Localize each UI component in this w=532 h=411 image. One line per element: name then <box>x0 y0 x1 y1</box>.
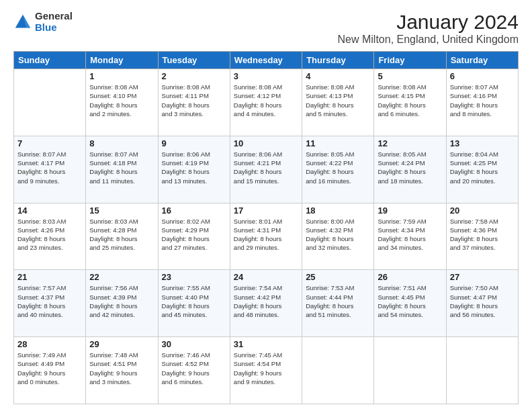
day-number: 7 <box>17 138 82 148</box>
table-row: 17Sunrise: 8:01 AM Sunset: 4:31 PM Dayli… <box>230 203 302 270</box>
day-info: Sunrise: 7:54 AM Sunset: 4:42 PM Dayligh… <box>234 283 298 319</box>
title-block: January 2024 New Milton, England, United… <box>338 11 519 46</box>
week-row-3: 21Sunrise: 7:57 AM Sunset: 4:37 PM Dayli… <box>14 270 519 337</box>
day-info: Sunrise: 8:04 AM Sunset: 4:25 PM Dayligh… <box>450 150 515 185</box>
day-info: Sunrise: 8:02 AM Sunset: 4:29 PM Dayligh… <box>162 217 226 253</box>
table-row: 3Sunrise: 8:08 AM Sunset: 4:12 PM Daylig… <box>230 69 302 136</box>
day-info: Sunrise: 7:56 AM Sunset: 4:39 PM Dayligh… <box>89 283 154 319</box>
table-row <box>374 337 446 404</box>
logo-blue-text: Blue <box>35 22 73 34</box>
col-friday: Friday <box>374 52 446 69</box>
day-number: 31 <box>234 339 298 349</box>
logo: General Blue <box>13 11 73 33</box>
day-number: 22 <box>89 272 154 282</box>
day-number: 9 <box>162 138 226 148</box>
day-number: 12 <box>378 138 442 148</box>
day-info: Sunrise: 7:58 AM Sunset: 4:36 PM Dayligh… <box>450 217 515 253</box>
day-number: 24 <box>234 272 298 282</box>
table-row: 21Sunrise: 7:57 AM Sunset: 4:37 PM Dayli… <box>14 270 86 337</box>
day-number: 11 <box>306 138 370 148</box>
day-number: 4 <box>306 71 370 81</box>
day-info: Sunrise: 7:48 AM Sunset: 4:51 PM Dayligh… <box>89 351 154 386</box>
day-number: 1 <box>89 71 154 81</box>
table-row <box>302 337 374 404</box>
day-info: Sunrise: 8:03 AM Sunset: 4:26 PM Dayligh… <box>17 217 82 253</box>
day-info: Sunrise: 8:08 AM Sunset: 4:13 PM Dayligh… <box>306 83 370 118</box>
week-row-4: 28Sunrise: 7:49 AM Sunset: 4:49 PM Dayli… <box>14 337 519 404</box>
col-tuesday: Tuesday <box>158 52 230 69</box>
col-saturday: Saturday <box>446 52 518 69</box>
day-info: Sunrise: 7:46 AM Sunset: 4:52 PM Dayligh… <box>162 351 226 386</box>
day-number: 29 <box>89 339 154 349</box>
day-number: 27 <box>450 272 515 282</box>
day-info: Sunrise: 8:08 AM Sunset: 4:10 PM Dayligh… <box>89 83 154 118</box>
day-info: Sunrise: 7:59 AM Sunset: 4:34 PM Dayligh… <box>378 217 442 253</box>
table-row: 22Sunrise: 7:56 AM Sunset: 4:39 PM Dayli… <box>86 270 158 337</box>
col-wednesday: Wednesday <box>230 52 302 69</box>
day-info: Sunrise: 8:06 AM Sunset: 4:19 PM Dayligh… <box>162 150 226 185</box>
day-info: Sunrise: 8:06 AM Sunset: 4:21 PM Dayligh… <box>234 150 298 185</box>
day-info: Sunrise: 8:07 AM Sunset: 4:17 PM Dayligh… <box>17 150 82 185</box>
day-info: Sunrise: 8:05 AM Sunset: 4:22 PM Dayligh… <box>306 150 370 185</box>
logo-general-text: General <box>35 11 73 22</box>
day-number: 18 <box>306 205 370 216</box>
day-info: Sunrise: 8:01 AM Sunset: 4:31 PM Dayligh… <box>234 217 298 253</box>
table-row: 23Sunrise: 7:55 AM Sunset: 4:40 PM Dayli… <box>158 270 230 337</box>
table-row: 4Sunrise: 8:08 AM Sunset: 4:13 PM Daylig… <box>302 69 374 136</box>
table-row: 6Sunrise: 8:07 AM Sunset: 4:16 PM Daylig… <box>446 69 518 136</box>
day-info: Sunrise: 8:05 AM Sunset: 4:24 PM Dayligh… <box>378 150 442 185</box>
col-thursday: Thursday <box>302 52 374 69</box>
header: General Blue January 2024 New Milton, En… <box>13 11 519 46</box>
table-row: 20Sunrise: 7:58 AM Sunset: 4:36 PM Dayli… <box>446 203 518 270</box>
table-row <box>446 337 518 404</box>
table-row: 5Sunrise: 8:08 AM Sunset: 4:15 PM Daylig… <box>374 69 446 136</box>
header-row: Sunday Monday Tuesday Wednesday Thursday… <box>14 52 519 69</box>
table-row: 9Sunrise: 8:06 AM Sunset: 4:19 PM Daylig… <box>158 136 230 203</box>
day-number: 23 <box>162 272 226 282</box>
subtitle: New Milton, England, United Kingdom <box>338 34 519 46</box>
day-info: Sunrise: 8:08 AM Sunset: 4:12 PM Dayligh… <box>234 83 298 118</box>
main-title: January 2024 <box>338 11 519 34</box>
table-row: 14Sunrise: 8:03 AM Sunset: 4:26 PM Dayli… <box>14 203 86 270</box>
day-number: 15 <box>89 205 154 216</box>
table-row: 12Sunrise: 8:05 AM Sunset: 4:24 PM Dayli… <box>374 136 446 203</box>
week-row-2: 14Sunrise: 8:03 AM Sunset: 4:26 PM Dayli… <box>14 203 519 270</box>
page: General Blue January 2024 New Milton, En… <box>0 0 532 411</box>
day-number: 5 <box>378 71 442 81</box>
day-number: 21 <box>17 272 82 282</box>
day-number: 26 <box>378 272 442 282</box>
day-info: Sunrise: 8:08 AM Sunset: 4:15 PM Dayligh… <box>378 83 442 118</box>
table-row: 28Sunrise: 7:49 AM Sunset: 4:49 PM Dayli… <box>14 337 86 404</box>
week-row-1: 7Sunrise: 8:07 AM Sunset: 4:17 PM Daylig… <box>14 136 519 203</box>
table-row: 11Sunrise: 8:05 AM Sunset: 4:22 PM Dayli… <box>302 136 374 203</box>
logo-text: General Blue <box>35 11 73 33</box>
table-row: 10Sunrise: 8:06 AM Sunset: 4:21 PM Dayli… <box>230 136 302 203</box>
day-number: 28 <box>17 339 82 349</box>
day-info: Sunrise: 7:50 AM Sunset: 4:47 PM Dayligh… <box>450 283 515 319</box>
table-row: 24Sunrise: 7:54 AM Sunset: 4:42 PM Dayli… <box>230 270 302 337</box>
day-info: Sunrise: 7:57 AM Sunset: 4:37 PM Dayligh… <box>17 283 82 319</box>
day-number: 8 <box>89 138 154 148</box>
day-info: Sunrise: 8:00 AM Sunset: 4:32 PM Dayligh… <box>306 217 370 253</box>
table-row: 2Sunrise: 8:08 AM Sunset: 4:11 PM Daylig… <box>158 69 230 136</box>
day-number: 2 <box>162 71 226 81</box>
table-row: 18Sunrise: 8:00 AM Sunset: 4:32 PM Dayli… <box>302 203 374 270</box>
table-row: 1Sunrise: 8:08 AM Sunset: 4:10 PM Daylig… <box>86 69 158 136</box>
table-row: 16Sunrise: 8:02 AM Sunset: 4:29 PM Dayli… <box>158 203 230 270</box>
day-number: 13 <box>450 138 515 148</box>
day-number: 17 <box>234 205 298 216</box>
calendar-table: Sunday Monday Tuesday Wednesday Thursday… <box>13 51 519 404</box>
table-row: 8Sunrise: 8:07 AM Sunset: 4:18 PM Daylig… <box>86 136 158 203</box>
table-row: 31Sunrise: 7:45 AM Sunset: 4:54 PM Dayli… <box>230 337 302 404</box>
day-info: Sunrise: 8:03 AM Sunset: 4:28 PM Dayligh… <box>89 217 154 253</box>
day-number: 19 <box>378 205 442 216</box>
col-sunday: Sunday <box>14 52 86 69</box>
table-row: 25Sunrise: 7:53 AM Sunset: 4:44 PM Dayli… <box>302 270 374 337</box>
day-number: 16 <box>162 205 226 216</box>
day-number: 20 <box>450 205 515 216</box>
table-row: 13Sunrise: 8:04 AM Sunset: 4:25 PM Dayli… <box>446 136 518 203</box>
day-number: 6 <box>450 71 515 81</box>
day-info: Sunrise: 7:55 AM Sunset: 4:40 PM Dayligh… <box>162 283 226 319</box>
day-info: Sunrise: 7:45 AM Sunset: 4:54 PM Dayligh… <box>234 351 298 386</box>
day-number: 10 <box>234 138 298 148</box>
